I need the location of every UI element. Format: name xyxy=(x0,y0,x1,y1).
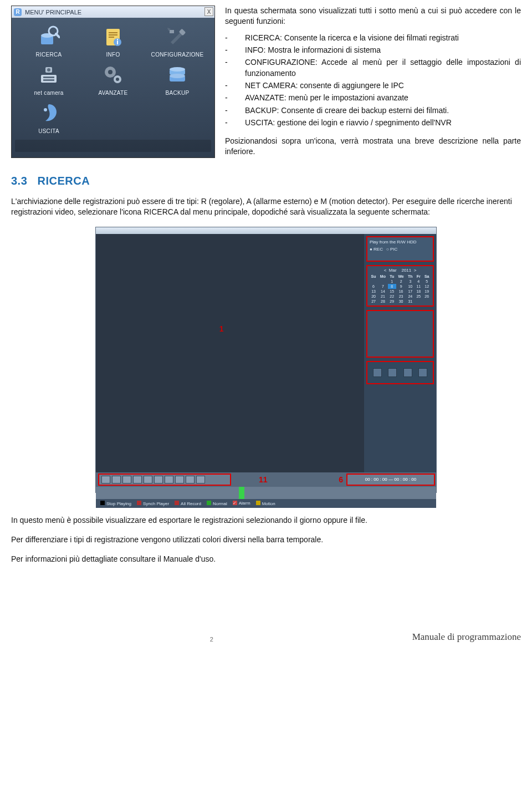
svg-point-16 xyxy=(47,68,50,72)
netcamera-icon xyxy=(36,62,62,88)
search-icon xyxy=(36,24,62,49)
legend-item: Stop Playing xyxy=(100,501,131,506)
svg-point-22 xyxy=(170,67,185,72)
marker-1: 1 xyxy=(219,324,224,333)
list-item: CONFIGURAZIONE: Accede al menù per il se… xyxy=(245,57,521,79)
intro-lead: In questa schermata sono visualizzati tu… xyxy=(225,6,521,27)
svg-rect-6 xyxy=(109,34,117,35)
archive-paragraph: L'archiviazione delle registrazioni può … xyxy=(11,196,521,218)
layout-9up-icon[interactable] xyxy=(403,368,412,377)
slow-icon[interactable] xyxy=(186,476,195,483)
legend-item: Motion xyxy=(256,501,275,506)
menu-item-netcamera[interactable]: net camera xyxy=(19,62,78,96)
menu-window: R MENU' PRINCIPALE X RICERCA INFO xyxy=(11,6,215,158)
timeline-legend: Stop Playing Synch Player All Record Nor… xyxy=(96,499,436,508)
svg-rect-9 xyxy=(117,40,118,44)
source-panel[interactable]: Play from the R/W HDD ● REC ○ PIC xyxy=(366,236,434,262)
ffwd-icon[interactable] xyxy=(154,476,163,483)
menu-item-label: RICERCA xyxy=(19,52,78,58)
calendar-table: SuMoTuWeThFrSa 12345 6789101112 13141516… xyxy=(369,274,431,304)
marker-6: 6 xyxy=(339,475,343,484)
skip-back-icon[interactable] xyxy=(165,476,173,483)
stop-icon[interactable] xyxy=(112,476,121,483)
legend-item: Synch Player xyxy=(137,501,169,506)
menu-item-label: USCITA xyxy=(19,128,78,134)
speed-icon[interactable] xyxy=(196,476,205,483)
menu-item-label: INFO xyxy=(84,52,142,58)
para-export: In questo menù è possibile visualizzare … xyxy=(11,515,521,526)
section-title: RICERCA xyxy=(37,175,90,187)
svg-point-24 xyxy=(170,74,185,78)
para-manual: Per informazioni più dettagliate consult… xyxy=(11,554,521,564)
svg-rect-10 xyxy=(117,39,118,40)
cal-month: Mar xyxy=(389,268,397,273)
menu-item-label: net camera xyxy=(19,90,78,96)
layout-4up-icon[interactable] xyxy=(388,368,397,377)
rew-icon[interactable] xyxy=(122,476,131,483)
menu-item-label: AVANZATE xyxy=(84,90,142,96)
menu-item-label: BACKUP xyxy=(148,90,207,96)
list-item: BACKUP: Consente di creare dei backup es… xyxy=(245,105,449,116)
prev-icon[interactable] xyxy=(133,476,142,483)
calendar-panel[interactable]: < Mar 2011 > SuMoTuWeThFrSa 12345 678910… xyxy=(366,265,434,307)
list-item: RICERCA: Consente la ricerca e la vision… xyxy=(245,33,459,43)
legend-item: ✓Alarm xyxy=(233,501,250,506)
page-footer: 2 Manuale di programmazione xyxy=(11,632,521,643)
next-icon[interactable] xyxy=(144,476,152,483)
top-row: R MENU' PRINCIPALE X RICERCA INFO xyxy=(11,6,521,158)
menu-title: MENU' PRINCIPALE xyxy=(25,9,81,16)
search-bottom: Stop Playing Synch Player All Record Nor… xyxy=(96,487,436,508)
marker-11: 11 xyxy=(259,475,268,484)
menu-item-label: CONFIGURAZIONE xyxy=(148,52,207,58)
config-icon xyxy=(165,24,190,49)
legend-item: Normal xyxy=(207,501,227,506)
layout-panel[interactable] xyxy=(366,361,434,384)
playback-viewport: 1 xyxy=(96,234,364,472)
svg-rect-7 xyxy=(109,37,114,38)
info-icon xyxy=(100,24,126,49)
svg-rect-12 xyxy=(41,75,57,83)
channel-panel[interactable] xyxy=(366,310,434,358)
legend-item: All Record xyxy=(175,501,201,506)
cal-year: 2011 xyxy=(401,268,411,273)
svg-point-18 xyxy=(108,70,112,74)
svg-point-25 xyxy=(44,108,47,111)
list-item: NET CAMERA: consente di aggiungere le IP… xyxy=(245,80,404,91)
exit-icon xyxy=(36,100,62,126)
menu-item-avanzate[interactable]: AVANZATE xyxy=(84,62,142,96)
close-icon[interactable]: X xyxy=(204,7,213,16)
timeline-bar[interactable] xyxy=(96,487,436,499)
svg-rect-5 xyxy=(109,32,117,33)
menu-item-ricerca[interactable]: RICERCA xyxy=(19,24,78,58)
position-note: Posizionandosi sopra un'icona, verrà mos… xyxy=(225,136,521,157)
skip-fwd-icon[interactable] xyxy=(175,476,184,483)
backup-icon xyxy=(165,62,190,88)
window-icon: R xyxy=(14,8,22,16)
timecode-panel[interactable]: 00 : 00 : 00 — 00 : 00 : 00 xyxy=(346,474,435,486)
play-icon[interactable] xyxy=(101,476,110,483)
menu-footer-desc-area xyxy=(15,140,211,152)
layout-1up-icon[interactable] xyxy=(373,368,382,377)
list-item: USCITA: gestione dei login e riavvio / s… xyxy=(245,118,452,128)
footer-title: Manuale di programmazione xyxy=(412,632,521,643)
layout-16up-icon[interactable] xyxy=(418,368,427,377)
playback-controls[interactable] xyxy=(98,474,231,486)
menu-item-uscita[interactable]: USCITA xyxy=(19,100,78,134)
search-sidebar: Play from the R/W HDD ● REC ○ PIC < Mar … xyxy=(364,234,436,472)
section-heading: 3.3 RICERCA xyxy=(11,175,521,187)
svg-point-20 xyxy=(116,78,119,81)
menu-titlebar: R MENU' PRINCIPALE X xyxy=(12,6,214,18)
menu-icon-grid: RICERCA INFO CONFIGURAZIONE xyxy=(12,18,214,140)
timeline-segment xyxy=(239,487,244,499)
gears-icon xyxy=(100,62,126,88)
opt-pic[interactable]: ○ PIC xyxy=(386,247,397,252)
para-colors: Per differenziare i tipi di registrazion… xyxy=(11,535,521,545)
menu-item-info[interactable]: INFO xyxy=(84,24,142,58)
svg-line-3 xyxy=(56,34,59,37)
search-window: 1 Play from the R/W HDD ● REC ○ PIC < Ma… xyxy=(95,227,437,493)
opt-rec[interactable]: ● REC xyxy=(370,247,383,252)
source-label: Play from the R/W HDD xyxy=(370,240,431,245)
menu-item-backup[interactable]: BACKUP xyxy=(148,62,207,96)
menu-item-config[interactable]: CONFIGURAZIONE xyxy=(148,24,207,58)
playback-row: 11 6 00 : 00 : 00 — 00 : 00 : 00 xyxy=(96,472,436,487)
